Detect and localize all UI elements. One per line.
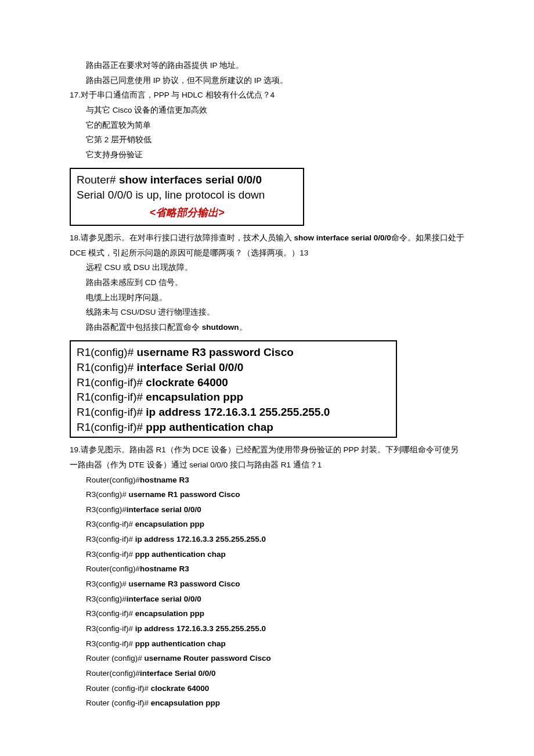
cli-command: clockrate 64000 [146,376,228,388]
cli-line: R1(config-if)# ip address 172.16.3.1 255… [77,405,390,420]
cmd-line: R3(config)# username R3 password Cisco [86,577,464,592]
cmd-line: Router (config)# username Router passwor… [86,651,464,666]
cli-prompt: R1(config-if)# [77,376,146,388]
cli-command: interface Serial 0/0/0 [137,361,244,373]
option-part-b: 。 [239,323,247,332]
q19-commands: Router(config)#hostname R3 R3(config)# u… [70,473,464,711]
pre-options-block: 路由器正在要求对等的路由器提供 IP 地址。 路由器已同意使用 IP 协议，但不… [70,58,464,88]
q18-options: 远程 CSU 或 DSU 出现故障。 路由器未感应到 CD 信号。 电缆上出现时… [70,260,464,334]
question-text-a: 请参见图示。在对串行接口进行故障排查时，技术人员输入 [81,233,294,242]
cli-command: username R3 password Cisco [137,346,294,358]
question-number: 17. [70,91,81,99]
cmd-bold: ip address 172.16.3.3 255.255.255.0 [135,624,266,633]
cmd-line: Router(config)#interface Serial 0/0/0 [86,666,464,681]
cmd-prompt: R3(config-if)# [86,624,135,633]
cmd-bold: ppp authentication chap [135,550,226,559]
cli-line: Router# show interfaces serial 0/0/0 [77,172,297,188]
omitted-note: <省略部分输出> [77,203,297,222]
cmd-prompt: R3(config)# [86,579,129,588]
cmd-bold: interface serial 0/0/0 [127,595,201,603]
option-text: 电缆上出现时序问题。 [86,290,464,305]
option-text: 远程 CSU 或 DSU 出现故障。 [86,260,464,275]
cmd-prompt: R3(config-if)# [86,609,135,618]
question-18: 18.请参见图示。在对串行接口进行故障排查时，技术人员输入 show inter… [70,231,464,260]
cmd-bold: hostname R3 [140,564,189,573]
cmd-prompt: R3(config)# [86,505,127,514]
cli-prompt: R1(config)# [77,346,137,358]
cli-line: R1(config)# interface Serial 0/0/0 [77,360,390,375]
cli-prompt: R1(config-if)# [77,406,146,418]
cmd-prompt: R3(config-if)# [86,520,135,528]
cmd-line: Router (config-if)# clockrate 64000 [86,681,464,696]
exhibit-18: Router# show interfaces serial 0/0/0 Ser… [70,168,304,225]
cmd-prompt: Router (config-if)# [86,684,151,693]
cmd-bold: encapsulation ppp [135,520,204,528]
cli-prompt: R1(config-if)# [77,421,146,433]
cmd-line: R3(config-if)# ppp authentication chap [86,547,464,562]
cmd-prompt: R3(config-if)# [86,535,135,543]
option-part-a: 路由器配置中包括接口配置命令 [86,323,202,332]
cli-line: R1(config-if)# encapsulation ppp [77,390,390,405]
cmd-prompt: Router(config)# [86,564,140,573]
cmd-line: R3(config)# username R1 password Cisco [86,487,464,502]
cmd-bold: hostname R3 [140,476,189,484]
cmd-bold: ip address 172.16.3.3 255.255.255.0 [135,535,266,543]
cmd-prompt: R3(config-if)# [86,639,135,648]
cli-line: R1(config)# username R3 password Cisco [77,345,390,360]
cli-command: encapsulation ppp [146,391,243,403]
cmd-line: R3(config-if)# encapsulation ppp [86,606,464,621]
cli-command: show interfaces serial 0/0/0 [119,174,262,186]
cli-prompt: R1(config)# [77,361,137,373]
option-text: 路由器已同意使用 IP 协议，但不同意所建议的 IP 选项。 [86,73,464,88]
cmd-line: R3(config-if)# ip address 172.16.3.3 255… [86,532,464,547]
question-number: 18. [70,233,81,242]
cli-line: R1(config-if)# clockrate 64000 [77,375,390,390]
cli-command: ip address 172.16.3.1 255.255.255.0 [146,406,330,418]
cmd-bold: username Router password Cisco [145,654,271,663]
option-text: 与其它 Cisco 设备的通信更加高效 [86,103,464,118]
question-text: 请参见图示。路由器 R1（作为 DCE 设备）已经配置为使用带身份验证的 PPP… [70,445,459,469]
cmd-prompt: Router (config-if)# [86,699,151,707]
cmd-prompt: Router(config)# [86,476,140,484]
question-text: 对于串口通信而言，PPP 与 HDLC 相较有什么优点？4 [81,91,275,99]
cli-command: ppp authentication chap [146,421,273,433]
cli-line: R1(config-if)# ppp authentication chap [77,420,390,435]
cmd-line: Router (config-if)# encapsulation ppp [86,696,464,711]
cmd-bold: username R3 password Cisco [129,579,240,588]
cmd-line: Router(config)#hostname R3 [86,473,464,488]
option-text: 它的配置较为简单 [86,118,464,133]
option-text: 它支持身份验证 [86,147,464,163]
cmd-prompt: Router (config)# [86,654,145,663]
option-text: 路由器配置中包括接口配置命令 shutdown。 [86,320,464,335]
option-text: 路由器正在要求对等的路由器提供 IP 地址。 [86,58,464,73]
question-text-bold: show interface serial 0/0/0 [294,233,391,242]
cli-output: Serial 0/0/0 is up, line protocol is dow… [77,188,297,203]
question-17: 17.对于串口通信而言，PPP 与 HDLC 相较有什么优点？4 [70,88,464,103]
cmd-prompt: R3(config-if)# [86,550,135,559]
cmd-line: R3(config-if)# ip address 172.16.3.3 255… [86,621,464,636]
cmd-bold: ppp authentication chap [135,639,226,648]
option-text: 线路未与 CSU/DSU 进行物理连接。 [86,305,464,320]
cmd-line: R3(config)#interface serial 0/0/0 [86,592,464,607]
option-text: 它第 2 层开销较低 [86,132,464,147]
cmd-prompt: Router(config)# [86,669,140,678]
cmd-bold: interface Serial 0/0/0 [140,669,216,678]
cmd-bold: encapsulation ppp [135,609,204,618]
option-part-bold: shutdown [202,323,239,332]
cmd-bold: clockrate 64000 [151,684,210,693]
cmd-bold: interface serial 0/0/0 [127,505,201,514]
cmd-bold: username R1 password Cisco [129,490,240,499]
cmd-line: R3(config-if)# encapsulation ppp [86,517,464,532]
cmd-prompt: R3(config)# [86,595,127,603]
q17-options: 与其它 Cisco 设备的通信更加高效 它的配置较为简单 它第 2 层开销较低 … [70,103,464,163]
cmd-line: R3(config-if)# ppp authentication chap [86,636,464,651]
option-text: 路由器未感应到 CD 信号。 [86,275,464,290]
question-number: 19. [70,445,81,454]
cli-prompt: R1(config-if)# [77,391,146,403]
question-19: 19.请参见图示。路由器 R1（作为 DCE 设备）已经配置为使用带身份验证的 … [70,442,464,472]
cmd-prompt: R3(config)# [86,490,129,499]
cmd-line: R3(config)#interface serial 0/0/0 [86,502,464,517]
cli-prompt: Router# [77,174,119,186]
exhibit-19: R1(config)# username R3 password Cisco R… [70,340,397,438]
cmd-line: Router(config)#hostname R3 [86,561,464,577]
